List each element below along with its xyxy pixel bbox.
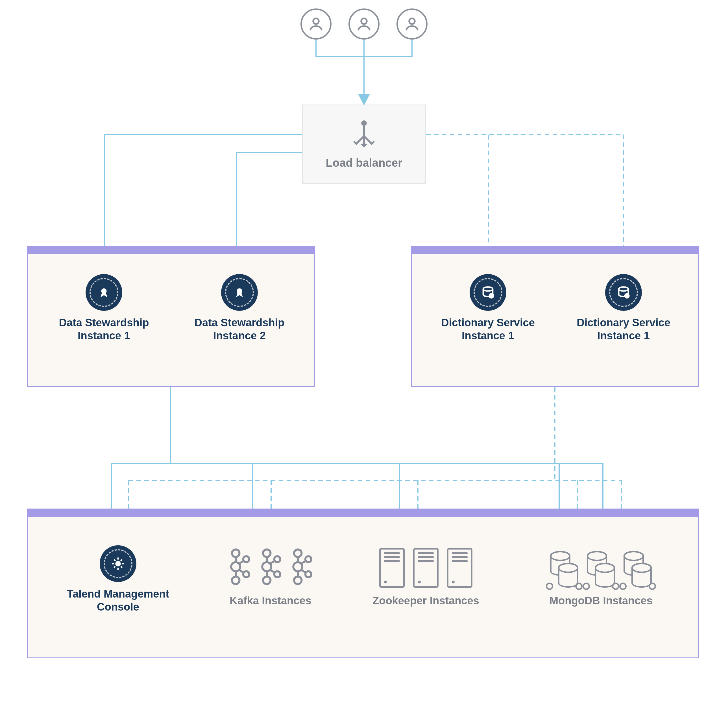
svg-point-0 bbox=[313, 18, 319, 24]
svg-point-21 bbox=[294, 550, 302, 557]
node-label: Dictionary Service Instance 1 bbox=[564, 317, 683, 342]
kafka-cluster: Kafka Instances bbox=[203, 545, 338, 607]
user-icon bbox=[349, 9, 379, 40]
node-label: Data Stewardship Instance 2 bbox=[180, 317, 299, 342]
db-icon bbox=[587, 551, 615, 588]
kafka-icon bbox=[290, 547, 313, 588]
svg-point-2 bbox=[409, 18, 415, 24]
server-icon bbox=[447, 548, 472, 588]
backend-services-container: Talend Management Console Kafka Instance… bbox=[27, 509, 699, 658]
server-icon bbox=[413, 548, 438, 588]
svg-point-6 bbox=[483, 287, 493, 291]
stewardship-container: Data Stewardship Instance 1 Data Steward… bbox=[27, 246, 315, 387]
dictionary-instance-2: Dictionary Service Instance 1 bbox=[564, 274, 683, 342]
svg-point-18 bbox=[263, 577, 271, 584]
stewardship-instance-1: Data Stewardship Instance 1 bbox=[45, 274, 163, 342]
node-label: Talend Management Console bbox=[59, 588, 177, 613]
cluster-label: MongoDB Instances bbox=[549, 595, 652, 607]
svg-point-8 bbox=[619, 287, 628, 291]
load-balancer-node: Load balancer bbox=[302, 104, 426, 183]
kafka-icons bbox=[228, 545, 313, 588]
svg-point-16 bbox=[263, 550, 271, 557]
svg-point-13 bbox=[232, 577, 239, 584]
db-icon bbox=[550, 551, 578, 588]
dictionary-container: Dictionary Service Instance 1 Dictionary… bbox=[411, 246, 699, 387]
svg-point-1 bbox=[361, 18, 367, 24]
tmc-node: Talend Management Console bbox=[59, 545, 177, 613]
db-icon bbox=[624, 551, 652, 588]
stewardship-icon bbox=[86, 274, 122, 311]
mongodb-cluster: MongoDB Instances bbox=[525, 545, 677, 607]
stewardship-instance-2: Data Stewardship Instance 2 bbox=[180, 274, 299, 342]
svg-point-9 bbox=[625, 294, 629, 298]
mongodb-icons bbox=[550, 545, 652, 588]
cluster-label: Zookeeper Instances bbox=[372, 595, 479, 607]
users-row bbox=[300, 9, 428, 40]
user-icon bbox=[300, 9, 331, 40]
zookeeper-cluster: Zookeeper Instances bbox=[358, 545, 494, 607]
node-label: Data Stewardship Instance 1 bbox=[45, 317, 163, 342]
kafka-icon bbox=[259, 547, 282, 588]
stewardship-icon bbox=[221, 274, 258, 311]
svg-point-23 bbox=[294, 577, 302, 584]
zookeeper-icons bbox=[379, 545, 472, 588]
svg-point-10 bbox=[116, 562, 120, 566]
tmc-icon bbox=[100, 545, 136, 582]
node-label: Dictionary Service Instance 1 bbox=[429, 317, 547, 342]
cluster-label: Kafka Instances bbox=[230, 595, 311, 607]
svg-point-4 bbox=[101, 289, 107, 294]
svg-point-7 bbox=[489, 294, 494, 298]
architecture-diagram: Load balancer Data Stewardship Instance … bbox=[0, 0, 728, 710]
dictionary-instance-1: Dictionary Service Instance 1 bbox=[429, 274, 547, 342]
server-icon bbox=[379, 548, 405, 588]
user-icon bbox=[397, 9, 428, 40]
kafka-icon bbox=[228, 547, 251, 588]
load-balancer-label: Load balancer bbox=[325, 157, 402, 169]
svg-point-11 bbox=[232, 550, 239, 557]
dictionary-icon bbox=[470, 274, 506, 311]
svg-point-5 bbox=[237, 289, 242, 294]
dictionary-icon bbox=[605, 274, 642, 311]
load-balancer-icon bbox=[349, 119, 379, 150]
